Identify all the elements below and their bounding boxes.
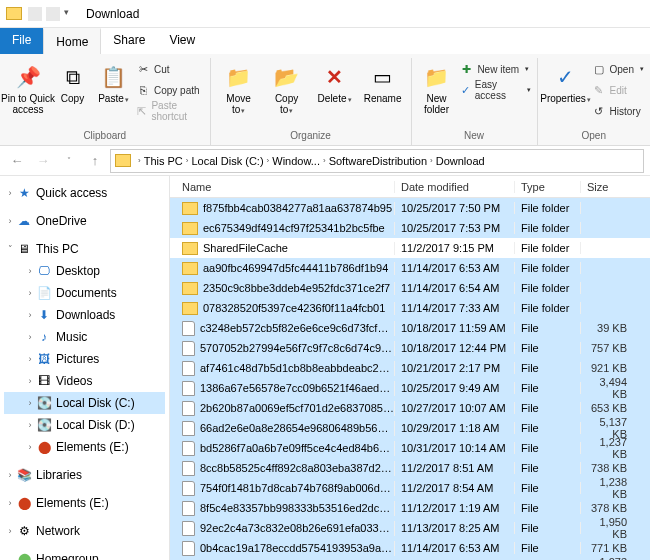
scissors-icon: ✂ — [136, 62, 150, 76]
new-item-button[interactable]: ✚New item▾ — [459, 60, 530, 78]
copy-to-button[interactable]: 📂Copy to — [265, 60, 309, 119]
paste-button[interactable]: 📋 Paste — [95, 60, 132, 108]
history-button[interactable]: ↺History — [592, 102, 644, 120]
table-row[interactable]: aa90fbc469947d5fc44411b786df1b9411/14/20… — [170, 258, 650, 278]
copy-button[interactable]: ⧉ Copy — [54, 60, 91, 107]
crumb-thispc[interactable]: This PC — [144, 155, 183, 167]
file-date: 11/12/2017 1:19 AM — [395, 502, 515, 514]
tab-view[interactable]: View — [157, 28, 207, 54]
pin-to-quick-access-button[interactable]: 📌 Pin to Quick access — [6, 60, 50, 118]
col-type[interactable]: Type — [515, 181, 581, 193]
table-row[interactable]: 078328520f5397ce4236f0f11a4fcb0111/14/20… — [170, 298, 650, 318]
tab-share[interactable]: Share — [101, 28, 157, 54]
file-size: 39 KB — [581, 322, 635, 334]
qat-dropdown[interactable]: ▾ — [64, 7, 78, 21]
table-row[interactable]: bd5286f7a0a6b7e09ff5ce4c4ed84b6b215a4b87… — [170, 438, 650, 458]
file-date: 11/14/2017 6:53 AM — [395, 262, 515, 274]
breadcrumb[interactable]: › This PC› Local Disk (C:)› Window...› S… — [110, 149, 644, 173]
sidebar-homegroup[interactable]: ⬤Homegroup — [4, 548, 165, 560]
table-row[interactable]: 1386a67e56578e7cc09b6521f46aed9b1a5017f5… — [170, 378, 650, 398]
group-organize: 📁Move to 📂Copy to ✕Delete ▭Rename Organi… — [211, 58, 412, 145]
crumb-sd[interactable]: SoftwareDistribution — [329, 155, 427, 167]
col-size[interactable]: Size — [581, 181, 635, 193]
tab-file[interactable]: File — [0, 28, 43, 54]
file-name: 078328520f5397ce4236f0f11a4fcb01 — [203, 302, 385, 314]
table-row[interactable]: 8f5c4e83357bb998333b53516ed2dcd24afd6928… — [170, 498, 650, 518]
quick-access-toolbar: ▾ — [28, 7, 78, 21]
file-icon — [182, 541, 195, 556]
file-list[interactable]: Name Date modified Type Size f875fbb4cab… — [170, 176, 650, 560]
cut-button[interactable]: ✂Cut — [136, 60, 204, 78]
paste-shortcut-button[interactable]: ⇱Paste shortcut — [136, 102, 204, 120]
column-headers[interactable]: Name Date modified Type Size — [170, 176, 650, 198]
file-date: 10/18/2017 12:44 PM — [395, 342, 515, 354]
forward-button[interactable]: → — [32, 150, 54, 172]
col-date[interactable]: Date modified — [395, 181, 515, 193]
easy-access-button[interactable]: ✓Easy access▾ — [459, 81, 530, 99]
file-date: 10/27/2017 10:07 AM — [395, 402, 515, 414]
file-type: File — [515, 442, 581, 454]
table-row[interactable]: ec675349df4914cf97f25341b2bc5fbe10/25/20… — [170, 218, 650, 238]
table-row[interactable]: af7461c48d7b5d1cb8b8eabbdeabc20496e7aea3… — [170, 358, 650, 378]
table-row[interactable]: SharedFileCache11/2/2017 9:15 PMFile fol… — [170, 238, 650, 258]
sidebar-videos[interactable]: ›🎞Videos — [4, 370, 165, 392]
file-name: 2350c9c8bbe3ddeb4e952fdc371ce2f7 — [203, 282, 390, 294]
copy-path-button[interactable]: ⎘Copy path — [136, 81, 204, 99]
sidebar-pictures[interactable]: ›🖼Pictures — [4, 348, 165, 370]
file-type: File — [515, 382, 581, 394]
file-date: 10/25/2017 7:53 PM — [395, 222, 515, 234]
sidebar-network[interactable]: ›⚙Network — [4, 520, 165, 542]
rename-icon: ▭ — [369, 63, 397, 91]
crumb-c[interactable]: Local Disk (C:) — [191, 155, 263, 167]
sidebar-music[interactable]: ›♪Music — [4, 326, 165, 348]
table-row[interactable]: c3248eb572cb5f82e6e6ce9c6d73fcfbf39b1052… — [170, 318, 650, 338]
qat-icon[interactable] — [46, 7, 60, 21]
recent-locations-button[interactable]: ˅ — [58, 150, 80, 172]
crumb-download[interactable]: Download — [436, 155, 485, 167]
properties-button[interactable]: ✓Properties — [544, 60, 588, 108]
sidebar-elements-e[interactable]: ›⬤Elements (E:) — [4, 436, 165, 458]
file-name: 2b620b87a0069ef5cf701d2e6837085bfff0b8fc — [200, 402, 394, 414]
edit-button[interactable]: ✎Edit — [592, 81, 644, 99]
file-size: 378 KB — [581, 502, 635, 514]
sidebar-libraries[interactable]: ›📚Libraries — [4, 464, 165, 486]
table-row[interactable]: 2350c9c8bbe3ddeb4e952fdc371ce2f711/14/20… — [170, 278, 650, 298]
table-row[interactable]: 754f0f1481b7d8cab74b768f9ab006d1111d8023… — [170, 478, 650, 498]
pin-icon: 📌 — [14, 63, 42, 91]
sidebar-localdisk-d[interactable]: ›💽Local Disk (D:) — [4, 414, 165, 436]
file-icon — [182, 401, 195, 416]
file-type: File folder — [515, 242, 581, 254]
new-folder-button[interactable]: 📁New folder — [418, 60, 456, 118]
table-row[interactable]: f875fbb4cab0384277a81aa637874b9510/25/20… — [170, 198, 650, 218]
sidebar-downloads[interactable]: ›⬇Downloads — [4, 304, 165, 326]
sidebar-localdisk-c[interactable]: ›💽Local Disk (C:) — [4, 392, 165, 414]
folder-icon — [182, 262, 198, 275]
sidebar-documents[interactable]: ›📄Documents — [4, 282, 165, 304]
col-name[interactable]: Name — [170, 181, 395, 193]
sidebar-elements-e2[interactable]: ›⬤Elements (E:) — [4, 492, 165, 514]
back-button[interactable]: ← — [6, 150, 28, 172]
crumb-windows[interactable]: Window... — [272, 155, 320, 167]
file-name: 66ad2e6e0a8e28654e96806489b5644e5bf1e5d2 — [200, 422, 394, 434]
move-to-button[interactable]: 📁Move to — [217, 60, 261, 119]
delete-button[interactable]: ✕Delete — [313, 60, 357, 108]
file-date: 10/18/2017 11:59 AM — [395, 322, 515, 334]
table-row[interactable]: 66ad2e6e0a8e28654e96806489b5644e5bf1e5d2… — [170, 418, 650, 438]
sidebar-desktop[interactable]: ›🖵Desktop — [4, 260, 165, 282]
table-row[interactable]: 0b4cac19a178eccdd5754193953a9a568a7b04a4… — [170, 538, 650, 558]
open-button[interactable]: ▢Open▾ — [592, 60, 644, 78]
documents-icon: 📄 — [36, 285, 52, 301]
table-row[interactable]: 8cc8b58525c4ff892c8a803eba387d22b096d412… — [170, 458, 650, 478]
tab-home[interactable]: Home — [43, 28, 101, 54]
sidebar-quick-access[interactable]: ›★Quick access — [4, 182, 165, 204]
table-row[interactable]: 5707052b27994e56f7c9f7c8c6d74c93aa0bad31… — [170, 338, 650, 358]
file-type: File folder — [515, 202, 581, 214]
file-name: SharedFileCache — [203, 242, 288, 254]
qat-icon[interactable] — [28, 7, 42, 21]
table-row[interactable]: 92ec2c4a73c832e08b26e691efa033cce5e3e940… — [170, 518, 650, 538]
sidebar-onedrive[interactable]: ›☁OneDrive — [4, 210, 165, 232]
table-row[interactable]: 2b620b87a0069ef5cf701d2e6837085bfff0b8fc… — [170, 398, 650, 418]
sidebar-this-pc[interactable]: ˅🖥This PC — [4, 238, 165, 260]
rename-button[interactable]: ▭Rename — [361, 60, 405, 107]
up-button[interactable]: ↑ — [84, 150, 106, 172]
